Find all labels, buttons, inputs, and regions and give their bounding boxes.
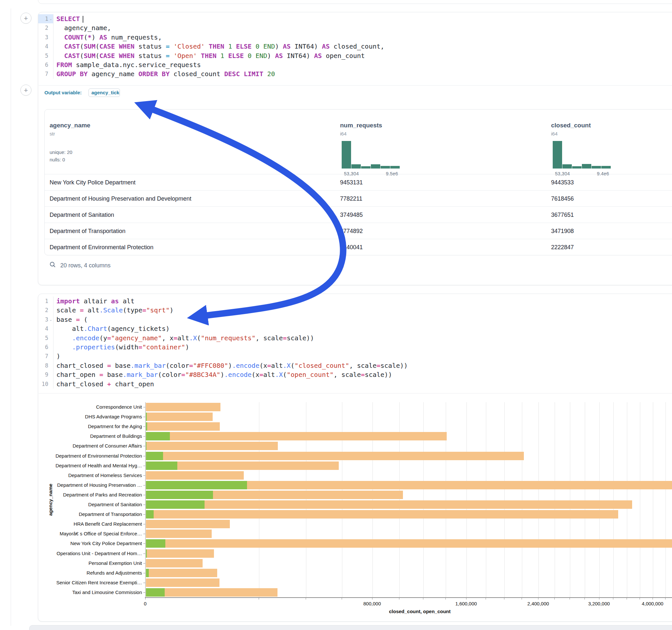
python-code-editor[interactable]: 1import altair as alt2scale = alt.Scale(… <box>38 296 672 389</box>
code-token: .mark_bar <box>123 371 158 379</box>
y-axis-label: Department of Consumer Affairs <box>38 443 142 449</box>
x-axis-tick <box>665 598 666 600</box>
table-row[interactable]: Department of Transportation377489234719… <box>45 223 672 239</box>
line-number: 7 <box>38 352 48 361</box>
table-row[interactable]: Department of Sanitation37494853677651 <box>45 207 672 223</box>
sql-line[interactable]: 4 CAST(SUM(CASE WHEN status = 'Closed' T… <box>38 42 672 51</box>
gridline <box>640 402 640 597</box>
y-axis-tick <box>143 427 145 427</box>
column-header[interactable]: agency_name <box>50 122 91 129</box>
table-row[interactable]: Department of Environmental Protection22… <box>45 239 672 256</box>
code-token: 0 END <box>251 43 275 50</box>
code-token: ( <box>283 371 287 379</box>
line-number-gutter: 7 <box>38 69 53 78</box>
code-token: sample_data.nyc.service_requests <box>72 61 201 69</box>
code-token: .X <box>275 371 283 379</box>
code-token: = <box>107 362 111 369</box>
y-axis-label: Personal Exemption Unit <box>38 560 142 566</box>
gridline <box>627 402 627 597</box>
column-stat: nulls: 0 <box>50 156 65 163</box>
closed_count-bar <box>146 452 524 460</box>
y-axis-tick <box>143 436 145 437</box>
sql-line[interactable]: 3 COUNT(*) AS num_requests, <box>38 33 672 42</box>
sql-line[interactable]: 7GROUP BY agency_name ORDER BY closed_co… <box>38 69 672 78</box>
python-line[interactable]: 8chart_closed = base.mark_bar(color="#FF… <box>38 361 672 370</box>
code-token <box>197 52 201 59</box>
code-token: SELECT <box>56 15 80 23</box>
python-line[interactable]: 5 .encode(y="agency_name", x=alt.X("num_… <box>38 334 672 343</box>
code-token: ( <box>95 43 99 50</box>
y-axis-label: Mayorâ€ s Office of Special Enforce… <box>38 531 142 536</box>
fold-chevron-icon[interactable]: ⌄ <box>48 315 53 324</box>
line-number: 1 <box>38 296 48 306</box>
sql-line[interactable]: 2 agency_name, <box>38 23 672 32</box>
column-header[interactable]: closed_count <box>551 122 591 129</box>
y-axis-label: Senior Citizen Rent Increase Exempti… <box>38 580 142 585</box>
gridline <box>666 402 666 597</box>
closed_count-bar <box>146 442 278 450</box>
column-header[interactable]: num_requests <box>340 122 382 129</box>
code-token: .X <box>283 362 290 369</box>
code-token: ) <box>91 33 99 41</box>
closed_count-bar <box>146 539 672 548</box>
fold-chevron-icon[interactable]: ⌄ <box>48 14 53 23</box>
python-line[interactable]: 6 .properties(width="container") <box>38 343 672 352</box>
code-token: , scale <box>349 362 376 369</box>
code-token: CAST <box>64 52 80 59</box>
code-token: = <box>283 334 287 342</box>
python-line[interactable]: 3⌄base = ( <box>38 315 672 324</box>
code-token <box>115 43 119 50</box>
code-token: .X <box>189 334 197 342</box>
gridline <box>555 402 555 597</box>
table-row[interactable]: New York City Police Department945313194… <box>45 174 672 191</box>
sql-line[interactable]: 5 CAST(SUM(CASE WHEN status = 'Open' THE… <box>38 51 672 60</box>
python-line[interactable]: 10chart_closed + chart_open <box>38 380 672 389</box>
chart-plot-area <box>145 402 672 597</box>
code-token: = <box>189 362 193 369</box>
python-line[interactable]: 9chart_open = base.mark_bar(color="#8BC3… <box>38 370 672 379</box>
table-row-count: 20 rows, 4 columns <box>60 262 111 269</box>
code-token: ) <box>220 371 224 379</box>
python-line[interactable]: 2scale = alt.Scale(type="sqrt") <box>38 306 672 315</box>
y-axis-tick <box>143 495 145 495</box>
add-cell-button-mid[interactable]: + <box>20 84 31 96</box>
code-token: = <box>99 371 103 379</box>
line-number: 7 <box>38 69 48 78</box>
column-histogram <box>553 141 611 169</box>
y-axis-label: Department for the Aging <box>38 423 142 429</box>
output-variable-badge[interactable]: agency_tickets <box>89 89 120 97</box>
line-number-gutter: 6 <box>38 60 53 69</box>
python-line[interactable]: 4 alt.Chart(agency_tickets) <box>38 324 672 333</box>
code-token: AS <box>275 52 283 59</box>
code-line-text: .properties(width="container") <box>53 343 672 352</box>
line-number-gutter: 5 <box>38 334 53 343</box>
table-row[interactable]: Department of Housing Preservation and D… <box>45 190 672 207</box>
code-token: (type <box>123 306 142 314</box>
code-token: num_requests, <box>107 33 162 41</box>
sql-cell: 1⌄SELECT2 agency_name,3 COUNT(*) AS num_… <box>38 12 672 285</box>
histogram-bar <box>342 141 351 169</box>
x-axis-tick-label: 1,600,000 <box>455 601 477 606</box>
open_count-bar <box>146 569 149 577</box>
code-token: ( <box>291 362 295 369</box>
table-cell: New York City Police Department <box>50 174 136 191</box>
x-axis-tick <box>486 598 486 600</box>
sql-code-editor[interactable]: 1⌄SELECT2 agency_name,3 COUNT(*) AS num_… <box>38 14 672 79</box>
search-icon[interactable] <box>50 262 56 269</box>
line-number: 1 <box>38 14 48 23</box>
sql-line[interactable]: 6FROM sample_data.nyc.service_requests <box>38 60 672 69</box>
code-line-text: chart_open = base.mark_bar(color="#8BC34… <box>53 370 672 379</box>
table-cell: 3774892 <box>340 223 363 239</box>
code-token: THEN <box>209 43 224 50</box>
code-token <box>170 43 173 50</box>
code-line-text: alt.Chart(agency_tickets) <box>53 324 672 333</box>
x-axis-tick <box>554 598 555 600</box>
histogram-bar <box>352 164 361 169</box>
sql-line[interactable]: 1⌄SELECT <box>38 14 672 23</box>
python-line[interactable]: 1import altair as alt <box>38 296 672 306</box>
open_count-bar <box>146 442 146 450</box>
add-cell-button-top[interactable]: + <box>20 13 31 24</box>
python-line[interactable]: 7) <box>38 352 672 361</box>
code-token: THEN <box>201 52 217 59</box>
code-token: closed_count, <box>330 43 384 50</box>
